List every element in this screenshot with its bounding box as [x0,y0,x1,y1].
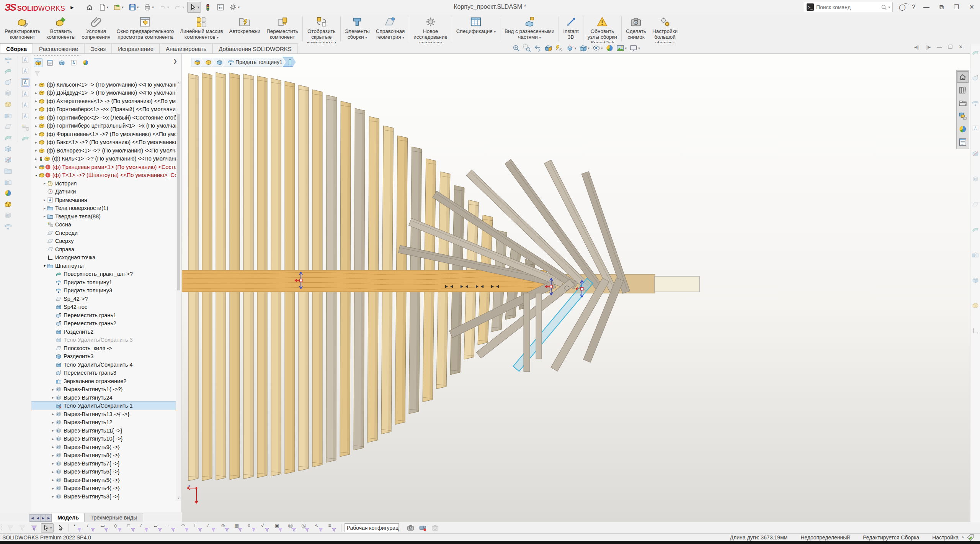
tree-item[interactable]: Разделить2 [31,328,176,336]
selection-filter-button[interactable]: · [166,523,177,533]
dropdown-arrow-icon[interactable]: ▾ [238,5,240,9]
tree-item[interactable]: ▸(ф) Горнтимберс центральный<1> ->х (По … [31,122,176,130]
task-pane-props-tab[interactable] [957,136,969,148]
annotation-tool-button[interactable] [21,90,29,98]
expand-icon[interactable]: ▸ [51,387,56,392]
new-motion-study-button[interactable]: Новое исследование движения [410,15,451,43]
large-assembly-settings-button[interactable]: Настройки большой сборки ▾ [649,15,681,43]
toolbar-button[interactable] [4,89,12,97]
annotation-tool-button[interactable] [21,67,29,75]
dropdown-arrow-icon[interactable]: ▾ [539,36,541,39]
toolbar-button[interactable] [4,67,12,75]
move-component-button[interactable]: Переместить компонент [263,15,301,43]
options-button[interactable]: ▾ [227,2,242,13]
selection-filter-button[interactable]: ◠ [179,523,191,533]
selection-filter-button[interactable]: Γ [193,523,204,533]
dropdown-arrow-icon[interactable]: ▾ [198,5,199,9]
expand-icon[interactable]: ▸ [51,494,56,498]
selection-filter-button[interactable]: □ [126,523,137,533]
collapsed-tool-icon[interactable] [972,327,979,334]
graphics-viewport[interactable]: Придать толщину1 z [182,54,970,522]
selection-filter-button[interactable]: • [72,523,83,533]
toolbar-button[interactable] [4,78,12,86]
screen-capture-button[interactable] [430,523,440,533]
toolbar-button[interactable] [4,211,12,219]
save-button[interactable]: ▾ [127,2,141,13]
tree-item[interactable]: ▸Вырез-Вытянуть4{ ->} [31,484,176,493]
new-document-button[interactable]: ▾ [96,2,111,13]
next-tab-icon[interactable]: ▶ [41,515,46,521]
tree-item[interactable]: ▾(ф) Т<1> ->? (Шпангоуты) <<По умолчанию… [31,171,176,180]
tab-nav-arrows[interactable]: ◀◀▶▶ [29,514,52,522]
view-orientation-button[interactable]: ▾ [566,44,577,52]
dropdown-arrow-icon[interactable]: ▾ [601,46,603,50]
tree-item[interactable]: ▸Вырез-Вытянуть10{ ->} [31,435,176,443]
toolbar-button[interactable] [4,123,12,130]
selection-filter-button[interactable]: √ [260,523,271,533]
tree-item[interactable]: Придать толщину1 [31,278,176,287]
collapse-icon[interactable]: ▾ [34,173,39,177]
print-button[interactable]: ▾ [142,2,156,13]
tree-item[interactable]: ▸Вырез-Вытянуть5{ ->} [31,476,176,484]
previous-document-icon[interactable]: ◂▯ [913,44,921,50]
doc-minimize-icon[interactable]: — [936,44,943,50]
expand-icon[interactable]: ▸ [51,445,56,449]
tab-2[interactable]: Эскиз [84,43,112,53]
evaluate-list-button[interactable] [215,2,226,13]
tree-item[interactable]: Придать толщину3 [31,287,176,295]
filter-button[interactable] [5,523,15,533]
tab-3[interactable]: Исправление [112,43,160,53]
annotation-tool-button[interactable] [21,101,29,109]
selection-filter-button[interactable]: ▦ [233,523,244,533]
edit-component-button[interactable]: Редактировать компонент [2,15,43,43]
toolbar-drag-handle[interactable] [2,524,2,531]
dropdown-arrow-icon[interactable]: ▾ [625,46,627,50]
last-tab-icon[interactable]: ▶ [46,515,51,521]
select-button[interactable]: ▾ [187,2,201,13]
breadcrumb-thicken[interactable]: Придать толщину1 [223,58,285,67]
collapsed-tool-icon[interactable] [972,125,979,132]
tree-item[interactable]: Исходная точка [31,254,176,262]
model-tab-0[interactable]: Модель [52,513,85,522]
tree-item[interactable]: ▸Тела поверхности(1) [31,204,176,213]
record-video-button[interactable] [418,523,428,533]
next-document-icon[interactable]: ▯▸ [924,44,932,50]
doc-restore-icon[interactable]: ❐ [947,44,954,50]
smart-fasteners-button[interactable]: Автокрепежи [226,15,264,43]
expand-icon[interactable]: ▸ [51,470,56,474]
breadcrumb-assembly[interactable] [191,58,203,67]
hull-model[interactable] [182,54,970,522]
dropdown-arrow-icon[interactable]: ▾ [638,46,640,50]
toolbar-button[interactable] [4,189,12,197]
task-pane-palette-tab[interactable] [957,110,969,122]
select-tool-button[interactable]: ▾ [41,523,54,533]
selection-filter-button[interactable]: ∕ [206,523,217,533]
search-input[interactable] [816,4,879,10]
tree-item[interactable]: ▾Шпангоуты [31,262,176,270]
dropdown-arrow-icon[interactable]: ▾ [122,5,124,9]
scrollbar-thumb[interactable] [177,114,180,290]
tree-item[interactable]: Спереди [31,229,176,237]
tree-item[interactable]: ▸Вырез-Вытянуть1{ ->?} [31,385,176,394]
tree-item[interactable]: ▸История [31,179,176,188]
command-search[interactable]: >_ ▾ [804,2,893,12]
tab-4[interactable]: Анализировать [160,43,212,53]
dropdown-arrow-icon[interactable]: ▾ [575,46,577,50]
collapsed-tool-icon[interactable] [972,226,979,233]
interference-detection-button[interactable] [202,2,214,13]
selection-filter-button[interactable]: ∿ [313,523,325,533]
dimxpert-manager-tab[interactable] [69,58,78,67]
collapsed-tool-icon[interactable] [972,49,979,56]
tree-item[interactable]: ▸Примечания [31,196,176,204]
tree-item[interactable]: Тело-Удалить/Сохранить 4 [31,360,176,369]
collapsed-tool-icon[interactable] [972,277,979,283]
tree-item[interactable]: ▸(ф) Кильсон<1> -> (По умолчанию) <<По у… [31,80,176,89]
selection-filter-button[interactable]: ▣ [273,523,284,533]
scroll-up-icon[interactable]: ˄ [176,81,181,85]
selection-filter-button[interactable]: Ⓐ [300,523,311,533]
display-style-button[interactable]: ▾ [579,44,590,52]
model-tab-1[interactable]: Трехмерные виды [85,513,143,522]
edit-tag-icon[interactable] [967,534,974,541]
configuration-select[interactable]: Рабочая конфигурац˅ [345,523,399,532]
tree-item[interactable]: ▸Вырез-Вытянуть7{ ->} [31,459,176,468]
